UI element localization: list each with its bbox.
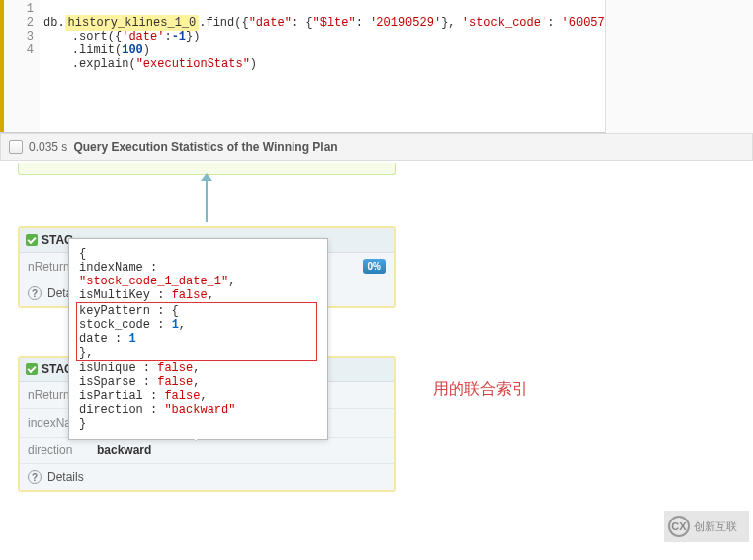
line-gutter: 1 2 3 4 — [0, 0, 40, 132]
direction-row: direction backward — [20, 438, 394, 464]
stats-icon — [9, 140, 23, 154]
status-bar: 0.035 s Query Execution Statistics of th… — [0, 133, 753, 161]
help-icon: ? — [28, 286, 42, 300]
status-title: Query Execution Statistics of the Winnin… — [73, 140, 337, 154]
keypattern-highlight: keyPattern : { stock_code : 1, date : 1 … — [76, 302, 317, 361]
editor-margin — [605, 0, 753, 133]
annotation-compound-index: 用的联合索引 — [433, 379, 528, 400]
watermark-logo-icon: CX — [668, 516, 690, 537]
execution-time: 0.035 s — [29, 140, 67, 154]
watermark: CX 创新互联 — [664, 511, 749, 542]
plan-arrow — [0, 175, 753, 222]
help-icon: ? — [28, 470, 42, 484]
percent-badge: 0% — [363, 259, 386, 274]
index-tooltip: { indexName : "stock_code_1_date_1", isM… — [68, 238, 328, 440]
check-icon — [26, 234, 38, 246]
details-row[interactable]: ? Details — [20, 464, 394, 490]
check-icon — [26, 363, 38, 375]
collection-highlight: history_klines_1_0 — [65, 15, 200, 31]
